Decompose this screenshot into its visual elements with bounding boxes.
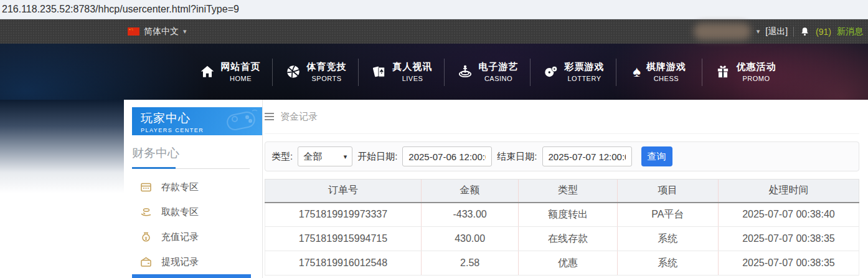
cell-type: 优惠 [519,251,617,276]
nav-label-en: CHESS [646,75,686,82]
nav-lives[interactable]: 真人视讯LIVES [359,44,445,100]
col-header-project: 项目 [617,180,718,203]
col-header-amount: 金额 [421,180,518,203]
nav-promo[interactable]: 优惠活动PROMO [702,44,788,100]
nav-label-zh: 体育竞技 [307,61,347,73]
chevron-down-icon: ▾ [344,153,347,161]
language-selector[interactable]: 简体中文 ▾ [128,26,187,37]
nav-label-zh: 网站首页 [221,61,261,73]
end-date-label: 结束日期: [497,151,537,163]
type-label: 类型: [271,151,293,163]
start-date-input[interactable] [402,146,492,166]
type-select-value: 全部 [303,151,322,163]
table-header-row: 订单号 金额 类型 项目 处理时间 [265,180,859,203]
start-date-label: 开始日期: [357,151,397,163]
sidebar-item-label: 提现记录 [161,256,199,268]
funds-record-table: 订单号 金额 类型 项目 处理时间 1751819919973337 -433.… [265,179,859,276]
cell-type: 在线存款 [519,227,617,251]
finance-section-title: 财务中心 [132,145,262,161]
withdrawal-record-icon [140,256,152,268]
nav-lottery[interactable]: 彩票游戏LOTTERY [531,44,616,100]
page: 216.118.235.52:8783/hhcp/usercenter.html… [0,0,868,278]
col-header-order-id: 订单号 [265,180,422,203]
roulette-icon [457,64,473,80]
cell-time: 2025-07-07 00:38:35 [718,251,859,276]
cards-icon [371,64,387,80]
nav-label-en: CASINO [479,75,519,82]
china-flag-icon [128,27,139,36]
nav-sports[interactable]: 体育竞技SPORTS [273,44,359,100]
deposit-icon [140,181,152,193]
user-chevron-down-icon[interactable]: ▾ [757,27,760,36]
cell-order-id: 1751819919973337 [265,203,422,227]
language-label: 简体中文 [144,26,179,37]
cell-amount: 430.00 [421,227,518,251]
sidebar-item-recharge-record[interactable]: 充值记录 [132,224,251,249]
recharge-record-icon [140,231,152,243]
nav-label-zh: 棋牌游戏 [646,61,686,73]
sidebar-item-withdrawal-record[interactable]: 提现记录 [132,249,251,274]
user-area: ▾ [退出] (91) 新消息 [694,23,868,40]
sidebar-item-label: 充值记录 [161,231,199,243]
breadcrumb: 资金记录 [265,100,859,134]
cell-time: 2025-07-07 00:38:40 [718,203,859,227]
type-select[interactable]: 全部 ▾ [298,146,352,166]
nav-label-zh: 优惠活动 [737,61,776,73]
top-bar: 简体中文 ▾ ▾ [退出] (91) 新消息 [0,19,868,44]
nav-home[interactable]: 网站首页HOME [187,44,273,100]
nav-label-zh: 彩票游戏 [565,61,605,73]
cell-type: 额度转出 [519,203,617,227]
withdraw-icon [140,206,152,218]
sidebar-item-funds-record[interactable]: 资金记录 › [132,274,251,278]
sidebar-item-deposit-zone[interactable]: 存款专区 [132,175,251,199]
new-messages-link[interactable]: 新消息 [837,26,863,37]
table-row: 1751819915994715 430.00 在线存款 系统 2025-07-… [265,227,859,251]
home-icon [199,64,215,80]
nav-label-zh: 电子游艺 [479,61,519,73]
chevron-down-icon: ▾ [183,27,187,36]
sidebar-item-withdraw-zone[interactable]: 取款专区 [132,199,251,224]
background-gradient [0,100,124,193]
content-area: 玩家中心 PLAYERS CENTER 财务中心 存款专区 [0,100,868,278]
sidebar: 玩家中心 PLAYERS CENTER 财务中心 存款专区 [124,100,263,278]
cell-project: PA平台 [617,203,718,227]
gamepad-decoration-icon [219,108,260,135]
logout-button[interactable]: [退出] [765,26,788,37]
col-header-time: 处理时间 [718,180,859,203]
col-header-type: 类型 [519,180,617,203]
table-row: 1751819916012548 2.58 优惠 系统 2025-07-07 0… [265,251,859,276]
cell-order-id: 1751819915994715 [265,227,422,251]
main-nav: 网站首页HOME 体育竞技SPORTS 真人视讯LIVES [0,44,868,100]
cell-time: 2025-07-07 00:38:35 [718,227,859,251]
filter-bar: 类型: 全部 ▾ 开始日期: 结束日期: 查询 [265,141,859,171]
menu-icon [265,111,274,122]
sidebar-menu: 存款专区 取款专区 充值记录 [124,175,262,278]
cell-amount: -433.00 [421,203,518,227]
end-date-input[interactable] [542,146,632,166]
nav-label-en: LOTTERY [565,75,605,82]
nav-label-zh: 真人视讯 [393,61,433,73]
breadcrumb-label: 资金记录 [280,111,318,123]
sidebar-item-label: 存款专区 [161,181,199,193]
cell-project: 系统 [617,227,718,251]
cell-amount: 2.58 [421,251,518,276]
nav-label-en: HOME [221,75,261,82]
username-blurred [694,23,751,40]
divider [793,27,794,37]
nav-casino[interactable]: 电子游艺CASINO [445,44,531,100]
main-panel: 资金记录 类型: 全部 ▾ 开始日期: 结束日期: 查询 [265,100,859,276]
message-count[interactable]: (91) [816,27,831,37]
cell-project: 系统 [617,251,718,276]
browser-url-bar[interactable]: 216.118.235.52:8783/hhcp/usercenter.html… [0,0,868,19]
nav-chess[interactable]: ♠ 棋牌游戏CHESS [616,44,702,100]
players-center-banner: 玩家中心 PLAYERS CENTER [132,107,262,135]
nav-label-en: PROMO [737,75,776,82]
lottery-balls-icon [543,64,559,80]
bell-icon[interactable] [800,26,810,37]
section-underline [132,167,250,169]
table-row: 1751819919973337 -433.00 额度转出 PA平台 2025-… [265,203,859,227]
sports-ball-icon [285,64,301,80]
search-button[interactable]: 查询 [641,146,672,166]
sidebar-item-label: 取款专区 [161,206,199,218]
cell-order-id: 1751819916012548 [265,251,422,276]
